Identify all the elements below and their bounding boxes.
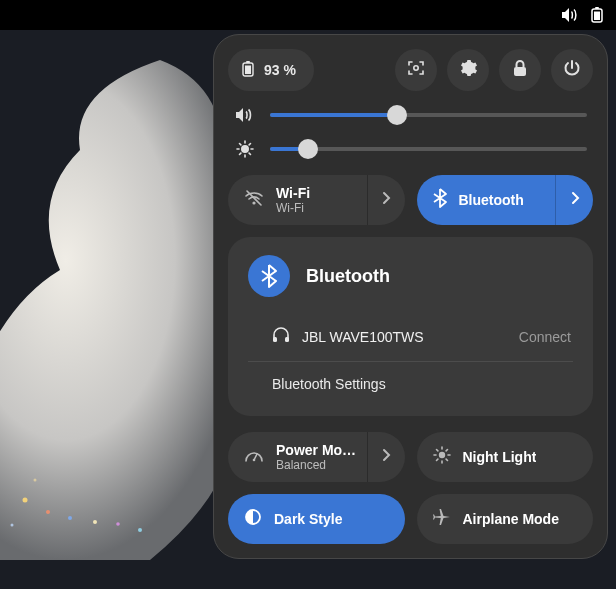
wifi-title: Wi-Fi	[276, 185, 310, 201]
bluetooth-settings-row[interactable]: Bluetooth Settings	[248, 362, 573, 406]
svg-point-6	[68, 516, 72, 520]
brightness-icon	[234, 140, 256, 158]
bluetooth-panel-title: Bluetooth	[306, 266, 390, 287]
svg-point-10	[34, 479, 37, 482]
bluetooth-icon	[433, 188, 447, 212]
quick-settings-panel: 93 %	[213, 34, 608, 559]
dark-style-icon	[244, 508, 262, 530]
volume-icon	[234, 107, 256, 123]
lock-icon	[512, 59, 528, 81]
airplane-mode-title: Airplane Mode	[463, 511, 559, 527]
airplane-mode-toggle[interactable]: Airplane Mode	[417, 494, 594, 544]
dark-style-title: Dark Style	[274, 511, 342, 527]
lock-button[interactable]	[499, 49, 541, 91]
night-light-title: Night Light	[463, 449, 537, 465]
svg-rect-1	[595, 7, 599, 9]
volume-slider-row	[234, 105, 587, 125]
brightness-slider[interactable]	[270, 139, 587, 159]
bluetooth-expand-button[interactable]	[555, 175, 593, 225]
bluetooth-settings-label: Bluetooth Settings	[272, 376, 386, 392]
top-bar	[0, 0, 616, 30]
night-light-icon	[433, 446, 451, 468]
svg-point-7	[93, 520, 97, 524]
wifi-expand-button[interactable]	[367, 175, 405, 225]
bluetooth-device-row[interactable]: JBL WAVE100TWS Connect	[248, 315, 573, 362]
screenshot-icon	[407, 59, 425, 81]
battery-icon	[242, 61, 254, 80]
bluetooth-submenu: Bluetooth JBL WAVE100TWS Connect Bluetoo…	[228, 237, 593, 416]
bluetooth-title: Bluetooth	[459, 192, 524, 208]
night-light-toggle[interactable]: Night Light	[417, 432, 594, 482]
device-connect-label[interactable]: Connect	[519, 329, 571, 345]
bluetooth-toggle[interactable]: Bluetooth	[417, 175, 594, 225]
brightness-slider-row	[234, 139, 587, 159]
battery-percent-label: 93 %	[264, 62, 296, 78]
svg-rect-14	[245, 65, 251, 74]
svg-point-11	[11, 524, 14, 527]
svg-rect-2	[594, 12, 600, 21]
dark-style-toggle[interactable]: Dark Style	[228, 494, 405, 544]
svg-rect-13	[246, 61, 250, 63]
power-mode-toggle[interactable]: Power Mo… Balanced	[228, 432, 405, 482]
svg-rect-21	[285, 337, 289, 342]
chevron-right-icon	[381, 448, 391, 466]
wifi-subtitle: Wi-Fi	[276, 201, 310, 215]
svg-point-18	[252, 201, 255, 204]
airplane-icon	[433, 508, 451, 530]
headphones-icon	[272, 327, 290, 347]
svg-point-15	[414, 66, 418, 70]
svg-point-5	[46, 510, 50, 514]
svg-point-4	[23, 498, 28, 503]
chevron-right-icon	[570, 191, 580, 209]
speedometer-icon	[244, 447, 264, 467]
wifi-toggle[interactable]: Wi-Fi Wi-Fi	[228, 175, 405, 225]
screenshot-button[interactable]	[395, 49, 437, 91]
svg-point-9	[138, 528, 142, 532]
volume-slider[interactable]	[270, 105, 587, 125]
svg-point-17	[242, 146, 248, 152]
power-icon	[563, 59, 581, 81]
power-mode-expand-button[interactable]	[367, 432, 405, 482]
chevron-right-icon	[381, 191, 391, 209]
wifi-off-icon	[244, 189, 264, 211]
device-name-label: JBL WAVE100TWS	[302, 329, 424, 345]
battery-pill[interactable]: 93 %	[228, 49, 314, 91]
svg-point-24	[438, 452, 444, 458]
power-button[interactable]	[551, 49, 593, 91]
gear-icon	[459, 59, 477, 81]
settings-button[interactable]	[447, 49, 489, 91]
svg-rect-20	[273, 337, 277, 342]
volume-icon	[562, 8, 578, 22]
header-row: 93 %	[228, 49, 593, 91]
svg-point-8	[116, 522, 120, 526]
svg-rect-16	[514, 67, 526, 76]
power-mode-subtitle: Balanced	[276, 458, 356, 472]
power-mode-title: Power Mo…	[276, 442, 356, 458]
battery-icon	[590, 7, 604, 23]
bluetooth-icon-circle	[248, 255, 290, 297]
svg-point-23	[253, 459, 256, 462]
